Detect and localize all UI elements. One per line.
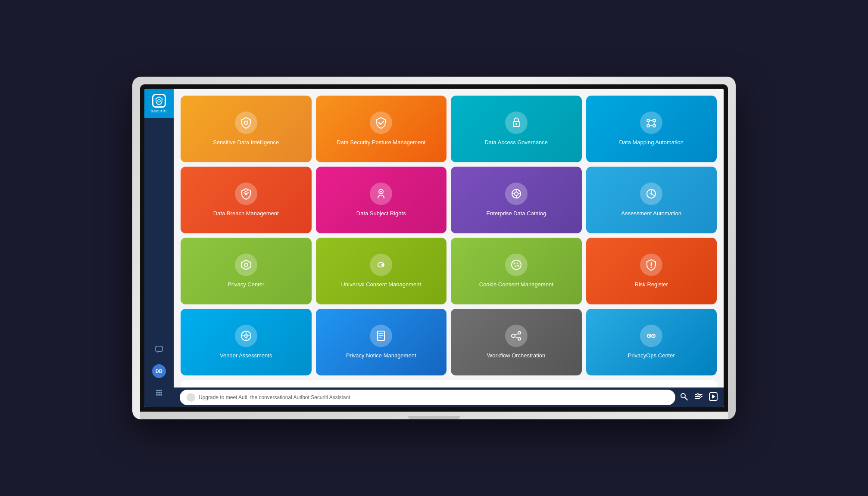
card-cookie-consent[interactable]: Cookie Consent Management — [451, 238, 582, 304]
card-label-data-security-posture: Data Security Posture Management — [337, 139, 425, 146]
card-icon-risk-register — [640, 254, 662, 276]
card-enterprise-data-catalog[interactable]: Enterprise Data Catalog — [451, 167, 582, 233]
card-label-assessment-automation: Assessment Automation — [621, 210, 681, 217]
svg-marker-81 — [712, 394, 715, 399]
card-icon-enterprise-data-catalog — [505, 183, 528, 205]
card-risk-register[interactable]: Risk Register — [586, 238, 717, 304]
svg-marker-32 — [241, 260, 251, 270]
card-icon-sensitive-data-intelligence — [235, 112, 257, 134]
grid-icon[interactable] — [151, 385, 167, 400]
card-label-privacy-notice: Privacy Notice Management — [346, 352, 416, 360]
svg-point-17 — [653, 124, 656, 127]
app-grid: Sensitive Data Intelligence Data Securit… — [181, 96, 717, 375]
card-label-privacy-center: Privacy Center — [228, 281, 264, 288]
card-icon-assessment-automation — [640, 183, 662, 205]
card-icon-data-security-posture — [370, 112, 392, 134]
svg-point-31 — [650, 193, 652, 195]
card-label-sensitive-data-intelligence: Sensitive Data Intelligence — [213, 139, 279, 146]
filter-icon[interactable] — [694, 392, 703, 403]
grid-area: Sensitive Data Intelligence Data Securit… — [174, 89, 724, 388]
card-icon-data-breach-management — [235, 183, 257, 205]
card-privacyops-center[interactable]: PrivacyOps Center — [586, 309, 717, 375]
play-icon[interactable] — [709, 392, 718, 403]
svg-point-15 — [653, 119, 656, 122]
utility-card-settings[interactable]: Settings — [184, 383, 269, 388]
svg-point-0 — [158, 99, 160, 102]
card-label-risk-register: Risk Register — [635, 281, 668, 288]
card-sensitive-data-intelligence[interactable]: Sensitive Data Intelligence — [181, 96, 312, 162]
laptop-outer: securiti DB — [132, 77, 736, 419]
laptop-base — [140, 412, 728, 419]
card-label-vendor-assessments: Vendor Assessments — [220, 352, 272, 360]
svg-point-3 — [158, 390, 160, 391]
svg-rect-1 — [156, 346, 162, 351]
utility-card-knowledge-center[interactable]: ? Knowledge Center — [629, 383, 713, 388]
svg-point-11 — [244, 121, 248, 124]
bottom-bar: Upgrade to meet Auti, the conversational… — [174, 388, 724, 407]
chat-placeholder-text: Upgrade to meet Auti, the conversational… — [199, 394, 352, 400]
card-data-breach-management[interactable]: Data Breach Management — [181, 167, 312, 233]
svg-point-78 — [697, 394, 699, 395]
card-label-data-access-governance: Data Access Governance — [484, 139, 548, 146]
svg-point-16 — [647, 124, 649, 127]
svg-point-40 — [517, 265, 519, 267]
card-privacy-center[interactable]: Privacy Center — [181, 238, 312, 304]
utility-card-deployment[interactable]: Deployment — [362, 383, 446, 388]
bottom-actions — [680, 392, 718, 403]
svg-point-51 — [518, 332, 521, 334]
logo-text: securiti — [151, 109, 167, 113]
card-assessment-automation[interactable]: Assessment Automation — [586, 167, 717, 233]
svg-point-25 — [515, 192, 518, 195]
card-privacy-notice[interactable]: Privacy Notice Management — [316, 309, 447, 375]
chat-input[interactable]: Upgrade to meet Auti, the conversational… — [180, 390, 675, 405]
laptop-notch — [408, 416, 460, 419]
sidebar: securiti DB — [144, 89, 174, 407]
svg-point-10 — [160, 394, 162, 396]
svg-rect-46 — [378, 331, 384, 341]
svg-point-2 — [156, 390, 158, 391]
svg-point-58 — [653, 335, 654, 337]
svg-point-8 — [156, 394, 158, 396]
utility-card-data-systems[interactable]: Data Systems — [273, 383, 357, 388]
svg-point-36 — [512, 260, 521, 270]
screen-bezel: securiti DB — [140, 84, 728, 412]
svg-point-52 — [518, 338, 521, 340]
utility-card-message-center[interactable]: Message Center — [451, 383, 535, 388]
svg-point-14 — [647, 119, 649, 122]
card-label-privacyops-center: PrivacyOps Center — [628, 352, 675, 360]
user-avatar[interactable]: DB — [152, 364, 166, 378]
utility-card-audit-log[interactable]: Audit Log — [540, 383, 624, 388]
utility-grid: Settings Data Systems Deployment Message… — [181, 380, 717, 388]
card-data-access-governance[interactable]: Data Access Governance — [451, 96, 582, 162]
svg-point-39 — [515, 266, 516, 267]
card-label-cookie-consent: Cookie Consent Management — [479, 281, 553, 288]
svg-point-42 — [651, 267, 652, 268]
svg-line-74 — [685, 397, 687, 400]
card-icon-privacyops-center — [640, 325, 662, 347]
card-icon-vendor-assessments — [235, 325, 257, 347]
card-label-data-subject-rights: Data Subject Rights — [356, 210, 406, 217]
card-data-subject-rights[interactable]: Data Subject Rights — [316, 167, 447, 233]
svg-point-35 — [381, 264, 384, 266]
svg-point-50 — [512, 334, 515, 338]
svg-point-37 — [514, 263, 515, 264]
card-icon-workflow-orchestration — [505, 325, 528, 347]
card-icon-data-access-governance — [505, 112, 528, 134]
card-label-universal-consent: Universal Consent Management — [341, 281, 421, 288]
sidebar-logo[interactable]: securiti — [144, 89, 174, 118]
card-icon-universal-consent — [370, 254, 392, 276]
card-data-security-posture[interactable]: Data Security Posture Management — [316, 96, 447, 162]
card-vendor-assessments[interactable]: Vendor Assessments — [181, 309, 312, 375]
card-label-data-mapping-automation: Data Mapping Automation — [619, 139, 684, 146]
chat-icon[interactable] — [151, 342, 167, 357]
card-data-mapping-automation[interactable]: Data Mapping Automation — [586, 96, 717, 162]
card-workflow-orchestration[interactable]: Workflow Orchestration — [451, 309, 582, 375]
svg-point-57 — [649, 335, 650, 337]
card-icon-data-subject-rights — [370, 183, 392, 205]
card-universal-consent[interactable]: Universal Consent Management — [316, 238, 447, 304]
search-icon[interactable] — [680, 392, 688, 403]
svg-point-5 — [156, 392, 158, 394]
svg-point-4 — [160, 390, 162, 391]
svg-point-23 — [380, 191, 382, 192]
card-label-data-breach-management: Data Breach Management — [213, 210, 279, 217]
